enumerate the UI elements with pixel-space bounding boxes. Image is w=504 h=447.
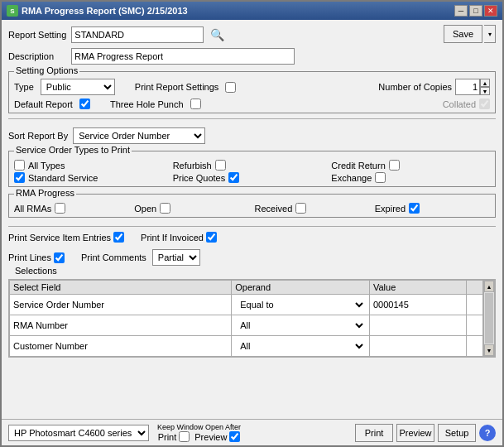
scroll-down-button[interactable]: ▼ (484, 344, 494, 356)
window-title: RMA Progress Report (SMC) 2/15/2013 (22, 6, 188, 16)
price-quotes-checkbox[interactable] (228, 172, 239, 183)
refurbish-label: Refurbish (173, 161, 212, 171)
keep-preview-checkbox[interactable] (229, 431, 240, 442)
number-of-copies-label: Number of Copies (378, 82, 452, 92)
standard-service-checkbox[interactable] (14, 172, 25, 183)
extra-2 (466, 315, 482, 336)
print-report-settings-checkbox[interactable] (225, 82, 236, 93)
save-row: Save ▾ (444, 25, 496, 43)
refurbish-cell: Refurbish (173, 160, 332, 171)
close-button[interactable]: ✕ (484, 5, 497, 17)
all-types-cell: All Types (14, 160, 173, 171)
print-if-invoiced-row: Print If Invoiced (141, 232, 217, 243)
print-comments-cell: Print Comments None Partial All (81, 249, 200, 266)
print-if-invoiced-checkbox[interactable] (206, 232, 217, 243)
preview-button[interactable]: Preview (396, 424, 434, 442)
number-of-copies-section: Number of Copies ▲ ▼ (378, 79, 490, 95)
received-checkbox[interactable] (295, 203, 306, 214)
value-2 (369, 315, 466, 336)
sort-by-select[interactable]: Service Order Number Customer Number RMA… (73, 127, 205, 144)
print-button[interactable]: Print (355, 424, 393, 442)
printer-select[interactable]: HP Photosmart C4600 series [redirected (8, 425, 149, 441)
keep-print-checkbox[interactable] (179, 431, 190, 442)
collated-checkbox[interactable] (479, 99, 490, 109)
exchange-label: Exchange (331, 173, 372, 183)
spinner-buttons: ▲ ▼ (480, 79, 490, 95)
type-select[interactable]: Public Private (41, 79, 115, 95)
scroll-up-button[interactable]: ▲ (484, 281, 494, 292)
table-row: Customer Number AllEqual to (10, 336, 483, 357)
field-3: Customer Number (10, 336, 232, 357)
spin-down-button[interactable]: ▼ (480, 87, 490, 95)
rma-progress-label: RMA Progress (14, 188, 76, 198)
price-quotes-label: Price Quotes (173, 173, 226, 183)
all-rmas-checkbox[interactable] (55, 203, 65, 214)
open-checkbox[interactable] (160, 203, 170, 214)
keep-print-row: Print (158, 431, 190, 442)
save-split-button[interactable]: ▾ (484, 25, 496, 43)
service-order-types-label: Service Order Types to Print (14, 145, 132, 155)
credit-return-label: Credit Return (331, 161, 385, 171)
bottom-buttons: Print Preview Setup ? (355, 424, 496, 442)
print-comments-select[interactable]: None Partial All (152, 249, 200, 266)
restore-button[interactable]: □ (469, 5, 482, 17)
rma-grid: All RMAs Open Received Expired (14, 203, 490, 214)
print-if-invoiced-label: Print If Invoiced (141, 233, 204, 243)
price-quotes-cell: Price Quotes (173, 172, 332, 183)
print-lines-checkbox[interactable] (54, 252, 65, 263)
print-service-item-entries-checkbox[interactable] (113, 232, 124, 243)
expired-checkbox[interactable] (409, 203, 420, 214)
help-button[interactable]: ? (479, 425, 496, 441)
default-report-row: Default Report Three Hole Punch Collated (14, 99, 490, 109)
keep-window-section: Keep Window Open After Print Preview (157, 423, 241, 442)
spin-up-button[interactable]: ▲ (480, 79, 490, 87)
expired-cell: Expired (375, 203, 490, 214)
refurbish-checkbox[interactable] (215, 160, 226, 171)
selections-section: Selections Select Field Operand Value (8, 272, 496, 414)
description-input[interactable] (71, 48, 295, 65)
all-rmas-label: All RMAs (14, 204, 51, 214)
operand-1-select[interactable]: Equal toAll (235, 296, 366, 313)
extra-1 (466, 295, 482, 315)
minimize-button[interactable]: ─ (454, 5, 468, 17)
col-extra (466, 281, 482, 295)
print-options-row: Print Service Item Entries Print If Invo… (8, 232, 496, 243)
exchange-checkbox[interactable] (375, 172, 386, 183)
keep-print-label: Print (158, 432, 177, 442)
open-label: Open (134, 204, 156, 214)
value-1: 0000145 (369, 295, 466, 315)
extra-3 (466, 336, 482, 357)
collated-label: Collated (443, 99, 476, 109)
copies-input[interactable] (455, 79, 480, 95)
operand-2-select[interactable]: AllEqual to (235, 317, 366, 334)
report-setting-label: Report Setting (8, 30, 66, 40)
three-hole-punch-checkbox[interactable] (190, 99, 201, 109)
setup-button[interactable]: Setup (438, 424, 476, 442)
selections-table: Select Field Operand Value Service Order… (9, 280, 483, 357)
credit-return-checkbox[interactable] (389, 160, 400, 171)
scroll-thumb (485, 293, 493, 344)
operand-3-select[interactable]: AllEqual to (235, 338, 366, 354)
selections-label: Selections (13, 266, 59, 276)
print-service-item-entries-row: Print Service Item Entries (8, 232, 124, 243)
type-row: Type Public Private Print Report Setting… (14, 79, 490, 95)
report-setting-search-button[interactable]: 🔍 (209, 26, 225, 43)
col-value: Value (369, 281, 466, 295)
all-types-checkbox[interactable] (14, 160, 25, 171)
all-types-label: All Types (28, 161, 65, 171)
received-label: Received (255, 204, 293, 214)
print-service-item-entries-label: Print Service Item Entries (8, 233, 111, 243)
open-cell: Open (134, 203, 249, 214)
operand-1: Equal toAll (232, 295, 370, 315)
table-scrollbar[interactable]: ▲ ▼ (483, 280, 495, 357)
keep-window-label: Keep Window Open After (157, 423, 241, 431)
report-setting-input[interactable] (71, 26, 204, 43)
keep-window-checkboxes: Print Preview (158, 431, 241, 442)
three-hole-punch-label: Three Hole Punch (110, 99, 184, 109)
default-report-checkbox[interactable] (79, 99, 90, 109)
title-controls: ─ □ ✕ (454, 5, 497, 17)
save-button[interactable]: Save (444, 25, 482, 43)
title-bar-left: S RMA Progress Report (SMC) 2/15/2013 (7, 5, 188, 17)
col-operand: Operand (232, 281, 370, 295)
keep-preview-label: Preview (194, 432, 227, 442)
